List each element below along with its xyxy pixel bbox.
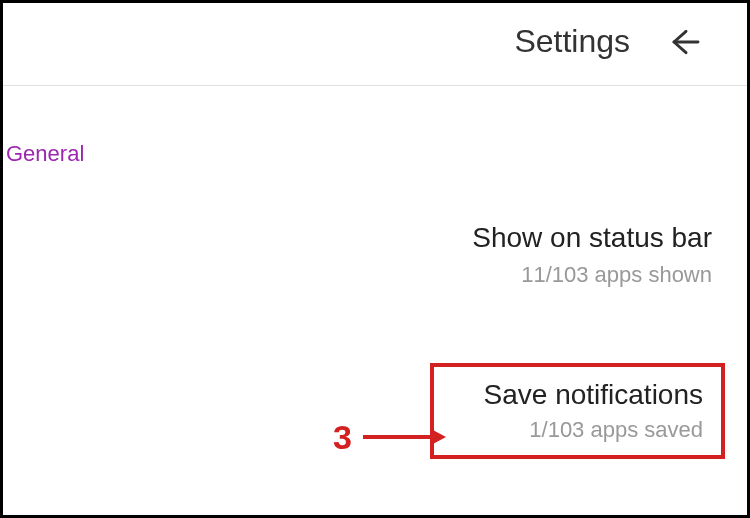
setting-title: Save notifications (452, 379, 703, 411)
setting-subtitle: 1/103 apps saved (452, 417, 703, 443)
setting-show-on-status-bar[interactable]: Show on status bar 11/103 apps shown (3, 222, 747, 288)
back-icon[interactable] (670, 26, 702, 58)
setting-subtitle: 11/103 apps shown (3, 262, 712, 288)
setting-save-notifications[interactable]: Save notifications 1/103 apps saved (430, 363, 725, 459)
section-general-label: General (3, 86, 747, 167)
svg-marker-2 (431, 429, 446, 445)
page-title: Settings (514, 23, 630, 60)
annotation-step-number: 3 (333, 418, 352, 457)
setting-title: Show on status bar (3, 222, 712, 254)
annotation-arrow-icon (361, 425, 446, 449)
header: Settings (3, 3, 747, 86)
